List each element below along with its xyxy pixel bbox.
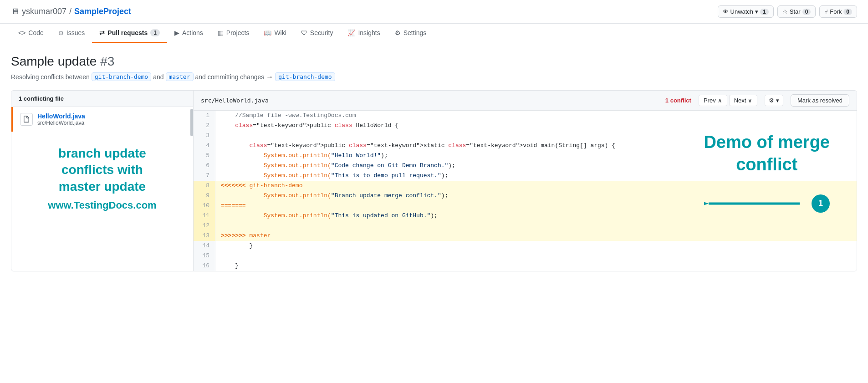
- tab-pull-requests[interactable]: ⇄ Pull requests 1: [92, 24, 167, 43]
- tab-projects[interactable]: ▦ Projects: [210, 24, 257, 43]
- conflict-editor-wrapper: 1 conflicting file HelloWorld.java src/H…: [11, 90, 857, 271]
- eye-icon: 👁: [723, 8, 729, 15]
- line-number: 12: [194, 221, 215, 231]
- line-content: >>>>>>> master: [215, 231, 857, 241]
- tab-issues[interactable]: ⊙ Issues: [51, 24, 92, 43]
- actions-icon: ▶: [174, 29, 179, 36]
- code-line-9: 9 System.out.println("Branch update merg…: [194, 191, 857, 201]
- prev-button[interactable]: Prev ∧: [699, 95, 727, 106]
- line-number: 14: [194, 241, 215, 251]
- code-icon: <>: [18, 29, 26, 36]
- code-line-4: 4 class="text-keyword">public class="tex…: [194, 141, 857, 151]
- conflict-main: src/HelloWorld.java 1 conflict Prev ∧ Ne…: [194, 91, 857, 271]
- line-number: 2: [194, 121, 215, 131]
- conflict-count: 1 conflict: [665, 97, 691, 104]
- line-number: 8: [194, 181, 215, 191]
- branch-from-tag: git-branch-demo: [92, 72, 151, 81]
- conflict-sidebar-header: 1 conflicting file: [11, 91, 193, 107]
- repo-header: 🖥 yskumar007 / SampleProject 👁 Unwatch ▾…: [0, 0, 868, 24]
- line-number: 7: [194, 171, 215, 181]
- sidebar-scrollbar[interactable]: [190, 109, 193, 136]
- star-button[interactable]: ☆ Star 0: [777, 5, 816, 18]
- tab-security[interactable]: 🛡 Security: [294, 24, 341, 43]
- pr-icon: ⇄: [99, 29, 105, 36]
- tab-actions[interactable]: ▶ Actions: [167, 24, 210, 43]
- branch-dest-tag: git-branch-demo: [275, 72, 335, 81]
- pr-title: Sample update #3: [11, 54, 857, 69]
- branch-to-tag: master: [166, 72, 194, 81]
- file-info: HelloWorld.java src/HelloWorld.java: [37, 112, 85, 126]
- code-line-15: 15: [194, 251, 857, 261]
- conflict-editor: 1 conflicting file HelloWorld.java src/H…: [11, 90, 857, 271]
- line-content: class="text-keyword">public class="text-…: [215, 141, 857, 151]
- security-icon: 🛡: [301, 29, 307, 36]
- line-content: System.out.println("Branch update merge …: [215, 191, 857, 201]
- code-editor: 1 //Sample file -www.TestingDocs.com2 cl…: [194, 111, 857, 271]
- code-line-6: 6 System.out.println("Code change on Git…: [194, 161, 857, 171]
- line-content: System.out.println("This is updated on G…: [215, 211, 857, 221]
- fork-icon: ⑂: [824, 8, 828, 15]
- code-line-5: 5 System.out.println("Hello World!");: [194, 151, 857, 161]
- line-content: [215, 251, 857, 261]
- settings-icon: ⚙: [395, 29, 401, 36]
- chevron-up-icon: ∧: [718, 97, 722, 104]
- code-line-11: 11 System.out.println("This is updated o…: [194, 211, 857, 221]
- code-line-12: 12: [194, 221, 857, 231]
- line-content: }: [215, 241, 857, 251]
- repo-title: 🖥 yskumar007 / SampleProject: [11, 7, 131, 16]
- line-number: 5: [194, 151, 215, 161]
- line-number: 16: [194, 261, 215, 271]
- dropdown-icon: ▾: [755, 8, 758, 15]
- line-content: [215, 131, 857, 141]
- line-number: 4: [194, 141, 215, 151]
- next-button[interactable]: Next ∨: [729, 95, 758, 106]
- line-content: //Sample file -www.TestingDocs.com: [215, 111, 857, 121]
- code-line-1: 1 //Sample file -www.TestingDocs.com: [194, 111, 857, 121]
- line-number: 6: [194, 161, 215, 171]
- insights-icon: 📈: [347, 29, 355, 36]
- line-content: }: [215, 261, 857, 271]
- tab-code[interactable]: <> Code: [11, 24, 51, 43]
- star-icon: ☆: [782, 8, 788, 15]
- repo-separator: /: [69, 7, 71, 16]
- code-line-16: 16 }: [194, 261, 857, 271]
- sidebar-big-text: branch update conflicts with master upda…: [20, 145, 184, 195]
- code-line-13: 13>>>>>>> master: [194, 231, 857, 241]
- code-line-10: 10=======: [194, 201, 857, 211]
- unwatch-button[interactable]: 👁 Unwatch ▾ 1: [718, 5, 774, 18]
- gear-button[interactable]: ⚙ ▾: [765, 95, 783, 106]
- line-number: 10: [194, 201, 215, 211]
- mark-resolved-button[interactable]: Mark as resolved: [791, 94, 849, 107]
- tab-insights[interactable]: 📈 Insights: [340, 24, 387, 43]
- line-number: 3: [194, 131, 215, 141]
- code-line-3: 3: [194, 131, 857, 141]
- line-content: [215, 221, 857, 231]
- nav-tabs: <> Code ⊙ Issues ⇄ Pull requests 1 ▶ Act…: [0, 24, 868, 43]
- conflict-main-header: src/HelloWorld.java 1 conflict Prev ∧ Ne…: [194, 91, 857, 111]
- tab-wiki[interactable]: 📖 Wiki: [256, 24, 293, 43]
- repo-owner[interactable]: yskumar007: [22, 7, 66, 16]
- wiki-icon: 📖: [264, 29, 271, 36]
- line-content: System.out.println("Code change on Git D…: [215, 161, 857, 171]
- file-icon: [20, 113, 33, 126]
- fork-button[interactable]: ⑂ Fork 0: [819, 5, 857, 18]
- code-line-2: 2 class="text-keyword">public class Hell…: [194, 121, 857, 131]
- line-number: 15: [194, 251, 215, 261]
- conflict-file-item[interactable]: HelloWorld.java src/HelloWorld.java: [11, 107, 193, 132]
- line-number: 13: [194, 231, 215, 241]
- line-content: <<<<<<< git-branch-demo: [215, 181, 857, 191]
- line-number: 1: [194, 111, 215, 121]
- repo-name[interactable]: SampleProject: [74, 7, 131, 16]
- sidebar-overlay: branch update conflicts with master upda…: [11, 132, 193, 216]
- line-number: 9: [194, 191, 215, 201]
- repo-actions: 👁 Unwatch ▾ 1 ☆ Star 0 ⑂ Fork 0: [718, 5, 857, 18]
- gear-dropdown-icon: ▾: [776, 97, 779, 104]
- conflict-nav: Prev ∧ Next ∨: [699, 95, 757, 106]
- pr-badge: 1: [150, 29, 160, 36]
- line-content: System.out.println("Hello World!");: [215, 151, 857, 161]
- code-line-8: 8<<<<<<< git-branch-demo: [194, 181, 857, 191]
- issues-icon: ⊙: [58, 29, 64, 36]
- line-content: =======: [215, 201, 857, 211]
- gear-icon: ⚙: [769, 97, 774, 104]
- tab-settings[interactable]: ⚙ Settings: [388, 24, 434, 43]
